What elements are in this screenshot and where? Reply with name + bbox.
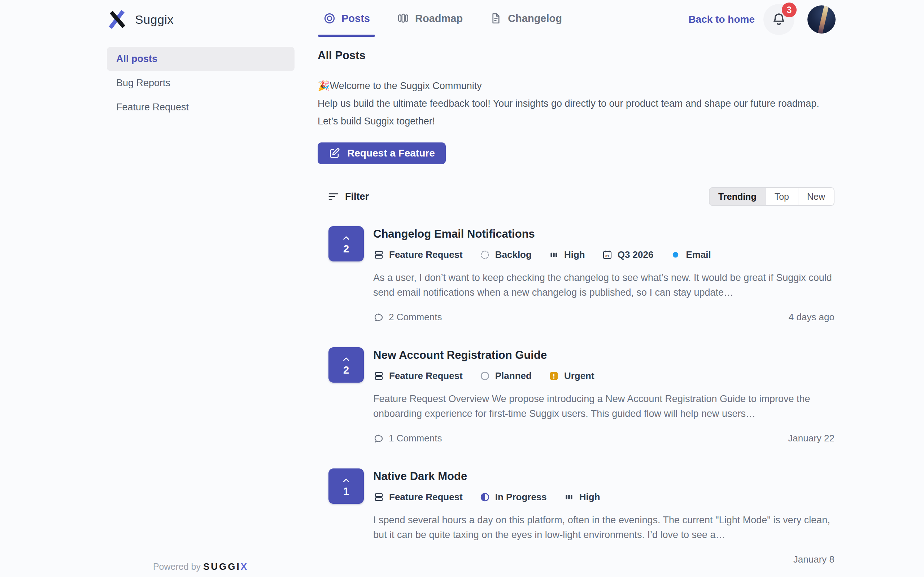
brand-name: Suggix — [135, 13, 174, 27]
sidebar-item-feature-request[interactable]: Feature Request — [107, 95, 294, 119]
notification-badge: 3 — [782, 3, 796, 17]
sidebar-item-label: All posts — [116, 53, 157, 64]
post-date: January 22 — [788, 433, 835, 444]
post-excerpt: Feature Request Overview We propose intr… — [373, 392, 835, 421]
post-excerpt: I spend several hours a day on this plat… — [373, 513, 835, 542]
main-content: All Posts 🎉Welcome to the Suggix Communi… — [318, 49, 835, 577]
tag-high: High — [564, 492, 600, 503]
upvote-button[interactable]: 1 — [328, 469, 364, 504]
post-tags: Feature RequestIn ProgressHigh — [373, 492, 835, 503]
rows-icon — [373, 492, 384, 503]
suggix-logo-icon — [107, 9, 128, 30]
upvote-button[interactable]: 2 — [328, 226, 364, 261]
tab-roadmap[interactable]: Roadmap — [397, 0, 463, 37]
footer-brand-x: X — [241, 561, 248, 572]
tab-posts[interactable]: Posts — [323, 0, 370, 37]
tag-backlog: Backlog — [479, 249, 531, 260]
sort-toggle: TrendingTopNew — [709, 187, 835, 206]
sidebar: All postsBug ReportsFeature Request — [107, 47, 294, 119]
tag-label: Feature Request — [389, 249, 463, 260]
post-card: 2Changelog Email NotificationsFeature Re… — [328, 226, 835, 323]
powered-by: Powered by SUGGIX — [107, 561, 294, 572]
post-date: January 8 — [793, 554, 835, 565]
backlog-icon — [479, 249, 491, 260]
pencil-square-icon — [328, 147, 341, 160]
tag-label: Email — [686, 249, 711, 260]
tag-label: Q3 2026 — [617, 249, 654, 260]
post-tags: Feature RequestBacklogHigh31Q3 2026Email — [373, 249, 835, 260]
main-tabs: PostsRoadmapChangelog — [323, 0, 562, 37]
tag-label: High — [579, 492, 600, 503]
post-date: 4 days ago — [789, 311, 835, 323]
request-feature-label: Request a Feature — [347, 148, 435, 159]
welcome-line: 🎉Welcome to the Suggix Community — [318, 77, 835, 95]
tag-high: High — [548, 249, 585, 260]
footer-brand: SUGGI — [203, 561, 241, 572]
powered-by-label: Powered by — [153, 561, 201, 572]
sidebar-item-bug-reports[interactable]: Bug Reports — [107, 71, 294, 95]
notifications-button[interactable]: 3 — [763, 4, 795, 35]
welcome-line: Help us build the ultimate feedback tool… — [318, 95, 835, 113]
planned-icon — [479, 371, 491, 382]
tab-changelog[interactable]: Changelog — [489, 0, 562, 37]
bars-icon — [564, 492, 575, 503]
tag-email: Email — [670, 249, 711, 260]
brand: Suggix — [107, 9, 174, 30]
svg-text:31: 31 — [605, 254, 609, 258]
tag-label: In Progress — [495, 492, 547, 503]
tag-label: High — [564, 249, 585, 260]
post-body: Native Dark ModeFeature RequestIn Progre… — [373, 469, 835, 565]
chevron-up-icon — [340, 475, 353, 485]
tag-label: Planned — [495, 371, 531, 382]
comments-link[interactable]: 2 Comments — [373, 311, 442, 323]
tag-urgent: Urgent — [548, 371, 594, 382]
sidebar-item-label: Feature Request — [116, 102, 189, 113]
back-to-home-link[interactable]: Back to home — [688, 14, 755, 25]
vote-count: 1 — [343, 486, 349, 496]
user-avatar[interactable] — [808, 5, 835, 34]
rows-icon — [373, 249, 384, 260]
chevron-up-icon — [340, 233, 353, 243]
tag-q3-2026: 31Q3 2026 — [602, 249, 654, 260]
chevron-up-icon — [340, 355, 353, 364]
welcome-line: Let’s build Suggix together! — [318, 113, 835, 130]
tag-label: Feature Request — [389, 371, 463, 382]
comments-link[interactable]: 1 Comments — [373, 433, 442, 444]
filter-button[interactable]: Filter — [328, 191, 369, 202]
vote-count: 2 — [343, 244, 349, 254]
tag-feature-request: Feature Request — [373, 249, 463, 260]
bars-icon — [548, 249, 559, 260]
tag-label: Feature Request — [389, 492, 463, 503]
post-title[interactable]: Changelog Email Notifications — [373, 227, 835, 240]
post-list: 2Changelog Email NotificationsFeature Re… — [318, 226, 835, 577]
tag-planned: Planned — [479, 371, 531, 382]
sort-option-top[interactable]: Top — [766, 188, 798, 205]
dot-icon — [670, 249, 681, 260]
post-title[interactable]: New Account Registration Guide — [373, 349, 835, 362]
welcome-block: 🎉Welcome to the Suggix Community Help us… — [318, 77, 835, 130]
document-icon — [489, 12, 502, 25]
rows-icon — [373, 371, 384, 382]
post-body: Changelog Email NotificationsFeature Req… — [373, 226, 835, 323]
calendar-icon: 31 — [602, 249, 613, 260]
post-card: 1Native Dark ModeFeature RequestIn Progr… — [328, 469, 835, 565]
sidebar-item-all-posts[interactable]: All posts — [107, 47, 294, 71]
filter-icon — [328, 191, 339, 202]
post-meta: 1 CommentsJanuary 22 — [373, 433, 835, 444]
tag-feature-request: Feature Request — [373, 371, 463, 382]
post-title[interactable]: Native Dark Mode — [373, 470, 835, 483]
tab-label: Posts — [341, 13, 370, 24]
comments-count: 2 Comments — [389, 311, 442, 323]
post-tags: Feature RequestPlannedUrgent — [373, 371, 835, 382]
sort-option-new[interactable]: New — [798, 188, 834, 205]
lifebuoy-icon — [323, 12, 336, 25]
inprogress-icon — [479, 492, 491, 503]
urgent-icon — [548, 371, 559, 382]
filter-label: Filter — [345, 191, 369, 202]
tag-label: Urgent — [564, 371, 594, 382]
sort-option-trending[interactable]: Trending — [709, 188, 766, 205]
request-feature-button[interactable]: Request a Feature — [318, 142, 446, 164]
upvote-button[interactable]: 2 — [328, 347, 364, 383]
comments-count: 1 Comments — [389, 433, 442, 444]
sidebar-item-label: Bug Reports — [116, 77, 170, 89]
